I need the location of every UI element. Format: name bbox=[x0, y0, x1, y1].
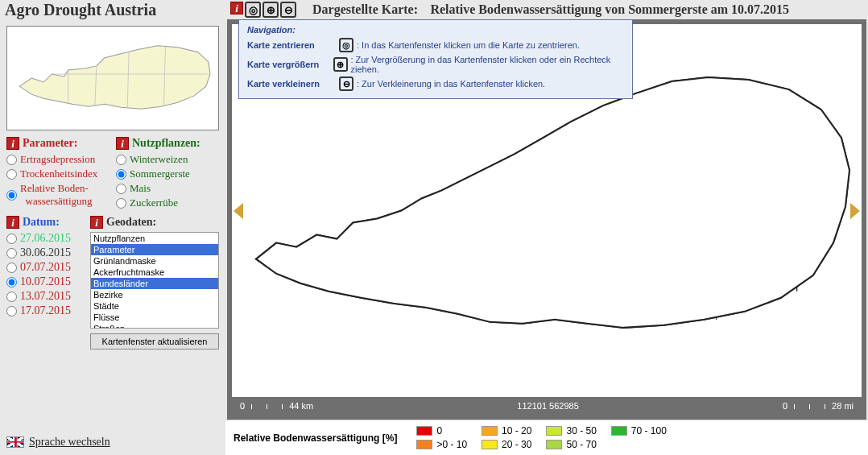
info-icon[interactable]: i bbox=[6, 137, 19, 150]
crop-radio[interactable]: Sommergerste bbox=[116, 168, 219, 180]
legend-item: 30 - 50 bbox=[546, 425, 596, 436]
parameter-radio[interactable]: Trockenheitsindex bbox=[6, 168, 110, 180]
info-icon[interactable]: i bbox=[6, 216, 19, 229]
info-icon[interactable]: i bbox=[90, 216, 103, 229]
geodaten-listbox[interactable]: NutzpflanzenParameterGrünlandmaskeAckerf… bbox=[90, 232, 219, 329]
date-radio[interactable]: 10.07.2015 bbox=[6, 275, 84, 288]
uk-flag-icon[interactable] bbox=[6, 436, 24, 448]
sidebar: iParameter: ErtragsdepressionTrockenheit… bbox=[0, 19, 225, 455]
legend-item: 20 - 30 bbox=[482, 439, 531, 450]
info-icon[interactable]: i bbox=[230, 2, 243, 14]
date-radio[interactable]: 17.07.2015 bbox=[6, 304, 84, 317]
header: Agro Drought Austria i ◎ ⊕ ⊖ Dargestellt… bbox=[0, 0, 868, 19]
legend-item: 10 - 20 bbox=[482, 425, 531, 436]
parameter-radio[interactable]: Ertragsdepression bbox=[6, 153, 110, 166]
app-title: Agro Drought Austria bbox=[5, 1, 230, 19]
update-map-button[interactable]: Kartenfenster aktualisieren bbox=[90, 333, 219, 350]
navigation-tooltip: Navigation: Karte zentrieren◎: In das Ka… bbox=[238, 19, 633, 99]
parameter-radio[interactable]: Relative Boden- wassersättigung bbox=[6, 182, 110, 208]
listbox-item[interactable]: Straßen bbox=[91, 323, 218, 329]
minus-icon: ⊖ bbox=[339, 77, 353, 91]
legend-item: >0 - 10 bbox=[416, 439, 467, 450]
plus-icon: ⊕ bbox=[333, 57, 347, 72]
pan-left-icon[interactable] bbox=[234, 203, 243, 219]
date-radio[interactable]: 30.06.2015 bbox=[6, 246, 84, 259]
legend-item: 70 - 100 bbox=[611, 425, 667, 436]
language-switch-link[interactable]: Sprache wechseln bbox=[29, 436, 110, 449]
listbox-item[interactable]: Ackerfruchtmaske bbox=[91, 267, 218, 278]
date-radio[interactable]: 27.06.2015 bbox=[6, 232, 84, 245]
legend-item: 0 bbox=[416, 425, 467, 436]
listbox-item[interactable]: Bezirke bbox=[91, 289, 218, 300]
map-caption: Dargestellte Karte: Relative Bodenwasser… bbox=[312, 2, 789, 17]
listbox-item[interactable]: Nutzpflanzen bbox=[91, 233, 218, 244]
crops-heading: Nutzpflanzen: bbox=[132, 137, 200, 150]
overview-map[interactable] bbox=[6, 26, 219, 130]
listbox-item[interactable]: Städte bbox=[91, 300, 218, 312]
legend: Relative Bodenwassersättigung [%] 0>0 - … bbox=[225, 420, 868, 455]
center-icon[interactable]: ◎ bbox=[245, 2, 261, 18]
geodaten-heading: Geodaten: bbox=[106, 216, 156, 229]
listbox-item[interactable]: Flüsse bbox=[91, 312, 218, 323]
legend-item: 50 - 70 bbox=[546, 439, 596, 450]
scale-bar: 0 44 km 112101 562985 0 28 mi bbox=[232, 397, 862, 415]
datum-heading: Datum: bbox=[23, 216, 60, 229]
listbox-item[interactable]: Bundesländer bbox=[91, 278, 218, 289]
zoom-in-icon[interactable]: ⊕ bbox=[262, 2, 279, 18]
parameter-heading: Parameter: bbox=[23, 137, 77, 150]
zoom-out-icon[interactable]: ⊖ bbox=[280, 2, 296, 18]
pan-right-icon[interactable] bbox=[850, 203, 860, 219]
crop-radio[interactable]: Mais bbox=[116, 182, 219, 195]
target-icon: ◎ bbox=[339, 38, 353, 52]
date-radio[interactable]: 13.07.2015 bbox=[6, 290, 84, 303]
info-icon[interactable]: i bbox=[116, 137, 129, 150]
legend-title: Relative Bodenwassersättigung [%] bbox=[234, 432, 397, 444]
crop-radio[interactable]: Zuckerrübe bbox=[116, 196, 219, 209]
listbox-item[interactable]: Grünlandmaske bbox=[91, 255, 218, 267]
crop-radio[interactable]: Winterweizen bbox=[116, 153, 219, 166]
date-radio[interactable]: 07.07.2015 bbox=[6, 261, 84, 274]
listbox-item[interactable]: Parameter bbox=[91, 244, 218, 255]
cursor-coords: 112101 562985 bbox=[517, 401, 578, 411]
